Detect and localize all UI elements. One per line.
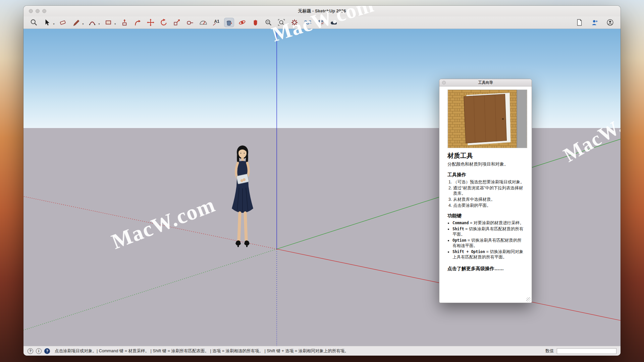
instructor-toggle-icon[interactable]: ? — [44, 348, 50, 354]
share-model-icon[interactable] — [590, 18, 600, 27]
eraser-tool-icon[interactable] — [58, 18, 68, 27]
instructor-title: 工具向导 — [478, 80, 493, 85]
instructor-titlebar[interactable]: 工具向导 — [439, 79, 532, 86]
instructor-close-button[interactable] — [442, 81, 446, 84]
follow-me-tool-icon[interactable] — [132, 18, 143, 27]
layers-tool-icon[interactable] — [316, 18, 326, 27]
shapes-dropdown-chevron[interactable]: ▼ — [114, 23, 116, 25]
text-tool-label: A1 — [214, 19, 219, 24]
operation-step: 点击要涂刷的平面。 — [453, 203, 526, 208]
protractor-tool-icon[interactable] — [198, 18, 208, 27]
modifier-item: Option = 切换涂刷具有匹配材质的所有相连平面。 — [452, 238, 526, 248]
toolbar-right-group — [574, 18, 615, 27]
window-title: 无标题 - SketchUp 2026 — [298, 8, 346, 14]
push-pull-tool-icon[interactable] — [119, 18, 129, 27]
status-bar: ? i ? 点击涂刷项目或对象。| Command 键 = 材质采样。 | Sh… — [23, 346, 621, 356]
section-tool-icon[interactable] — [303, 18, 313, 27]
select-dropdown-chevron[interactable]: ▼ — [53, 23, 55, 25]
traffic-lights — [29, 9, 46, 13]
line-tool-icon[interactable] — [71, 18, 81, 27]
operations-heading: 工具操作 — [447, 172, 526, 178]
operation-step: 从材质库中选择材质。 — [453, 197, 526, 202]
measurements-label: 数值 — [545, 348, 554, 354]
position-camera-tool-icon[interactable] — [289, 18, 300, 27]
titlebar[interactable]: 无标题 - SketchUp 2026 — [23, 6, 621, 16]
panel-resize-handle[interactable] — [526, 297, 531, 302]
text-tool-icon[interactable]: A1 — [211, 18, 221, 27]
new-document-icon[interactable] — [574, 18, 584, 27]
move-tool-icon[interactable] — [146, 18, 156, 27]
info-icon[interactable]: i — [36, 348, 42, 354]
tape-measure-tool-icon[interactable] — [185, 18, 195, 27]
zoom-window-button[interactable] — [42, 9, 46, 13]
sketchup-window: 无标题 - SketchUp 2026 ▼ ▼ ▼ ▼ A1 — [23, 6, 621, 356]
instructor-panel[interactable]: 工具向导 材质工具 分配颜色和材质到项目和对象。 工具操作 — [439, 79, 532, 303]
modifiers-list: Command = 对要涂刷的材质进行采样。Shift = 切换涂刷具有匹配材质… — [447, 220, 526, 260]
scale-figure[interactable] — [224, 143, 261, 253]
paint-tool-illustration — [447, 89, 527, 148]
zoom-tool-icon[interactable] — [29, 18, 39, 27]
minimize-button[interactable] — [36, 9, 40, 13]
operations-list: （可选）预选您想要涂刷项目或对象。通过“材质浏览器”中的下拉列表选择材质库。从材… — [447, 179, 526, 208]
modifier-item: Shift + Option = 切换涂刷相同对象上具有匹配材质的所有平面。 — [452, 249, 526, 260]
tool-description: 分配颜色和材质到项目和对象。 — [447, 161, 526, 167]
instructor-body: 材质工具 分配颜色和材质到项目和对象。 工具操作 （可选）预选您想要涂刷项目或对… — [439, 86, 532, 303]
shadows-tool-icon[interactable] — [329, 18, 339, 27]
zoom-extents-tool-icon[interactable] — [276, 18, 286, 27]
rotate-tool-icon[interactable] — [159, 18, 169, 27]
toolbar: ▼ ▼ ▼ ▼ A1 — [23, 16, 621, 29]
modifier-item: Command = 对要涂刷的材质进行采样。 — [452, 220, 526, 226]
status-hint-text: 点击涂刷项目或对象。| Command 键 = 材质采样。 | Shift 键 … — [55, 348, 349, 354]
account-icon[interactable] — [605, 18, 615, 27]
paint-bucket-tool-icon[interactable] — [224, 18, 234, 27]
measurements-input[interactable] — [557, 348, 616, 354]
shapes-tool-icon[interactable] — [103, 18, 113, 27]
modifiers-heading: 功能键 — [447, 213, 526, 219]
tool-name-heading: 材质工具 — [447, 152, 526, 160]
measurements-group: 数值 — [545, 348, 616, 354]
advanced-operations-link[interactable]: 点击了解更多高级操作…… — [447, 266, 526, 272]
line-dropdown-chevron[interactable]: ▼ — [82, 23, 84, 25]
pan-tool-icon[interactable] — [250, 18, 260, 27]
modifier-item: Shift = 切换涂刷具有匹配材质的所有平面。 — [452, 226, 526, 237]
operation-step: 通过“材质浏览器”中的下拉列表选择材质库。 — [453, 185, 526, 196]
orbit-tool-icon[interactable] — [237, 18, 247, 27]
operation-step: （可选）预选您想要涂刷项目或对象。 — [453, 179, 526, 185]
close-button[interactable] — [29, 9, 33, 13]
scale-tool-icon[interactable] — [172, 18, 182, 27]
arc-tool-icon[interactable] — [87, 18, 97, 27]
zoom-camera-tool-icon[interactable] — [263, 18, 273, 27]
select-tool-icon[interactable] — [42, 18, 52, 27]
help-icon[interactable]: ? — [28, 348, 33, 354]
arc-dropdown-chevron[interactable]: ▼ — [98, 23, 100, 25]
